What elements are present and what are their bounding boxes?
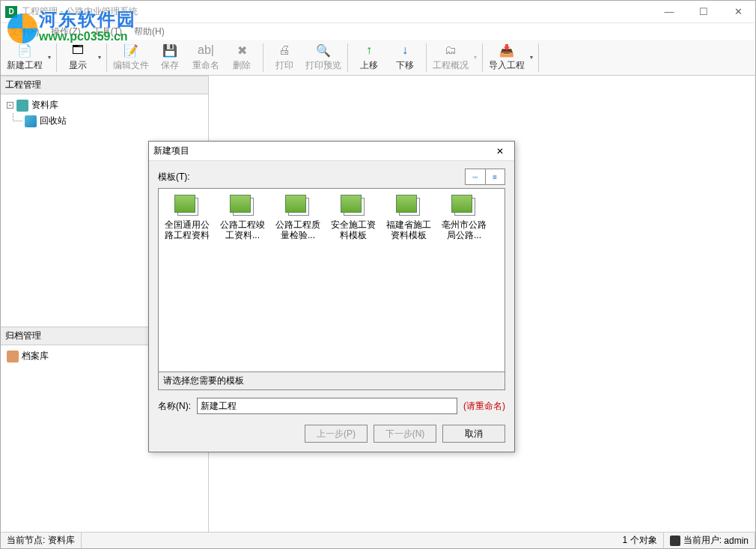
folder-icon <box>16 100 28 112</box>
menu-help[interactable]: 帮助(H) <box>129 24 169 40</box>
separator <box>347 43 348 72</box>
delete-icon: ✖ <box>234 43 249 58</box>
status-current-user: 当前用户: admin <box>664 533 755 548</box>
save-icon: 💾 <box>162 43 177 58</box>
save-button[interactable]: 💾 保存 <box>152 41 188 74</box>
edit-file-button[interactable]: 📝 编辑文件 <box>110 41 152 74</box>
tree-child-label: 回收站 <box>40 115 67 127</box>
status-current-node: 当前节点: 资料库 <box>1 533 82 548</box>
template-item[interactable]: 安全施工资料模板 <box>331 195 376 241</box>
dialog-close-button[interactable]: ✕ <box>490 144 510 159</box>
dialog-title: 新建项目 <box>153 145 490 157</box>
new-project-icon: 📄 <box>17 43 32 58</box>
overview-icon: 🗂 <box>443 43 458 58</box>
templates-label: 模板(T): <box>158 171 190 183</box>
tree-root-label: 资料库 <box>31 99 58 112</box>
print-preview-icon: 🔍 <box>316 43 331 58</box>
titlebar: D 工程管理 - 公路内业管理系统 — ☐ ✕ <box>1 1 755 23</box>
print-icon: 🖨 <box>277 43 292 58</box>
print-button[interactable]: 🖨 打印 <box>266 41 302 74</box>
tree-child-item[interactable]: 回收站 <box>4 113 205 129</box>
window-title: 工程管理 - 公路内业管理系统 <box>22 5 652 18</box>
view-toggle[interactable]: ▫▫ ≡ <box>465 169 505 185</box>
maximize-button[interactable]: ☐ <box>686 1 721 22</box>
display-button[interactable]: 🗔 显示 <box>60 41 96 74</box>
separator <box>106 43 107 72</box>
menu-operate[interactable]: 操作(Z) <box>46 24 85 40</box>
separator <box>56 43 57 72</box>
dialog-body: 模板(T): ▫▫ ≡ 全国通用公路工程资料 公路工程竣工资料... 公路工程质… <box>149 161 514 452</box>
name-row: 名称(N): (请重命名) <box>158 398 505 414</box>
project-panel-header: 工程管理 <box>1 76 208 94</box>
archive-icon <box>7 351 19 363</box>
status-object-count: 1 个对象 <box>617 533 664 548</box>
display-icon: 🗔 <box>70 43 85 58</box>
large-icons-view[interactable]: ▫▫ <box>466 169 486 184</box>
toolbar: 📄 新建工程 ▾ 🗔 显示 ▾ 📝 编辑文件 💾 保存 ab| 重命名 ✖ 删除 <box>1 40 755 76</box>
template-hint: 请选择您需要的模板 <box>158 372 505 390</box>
template-icon <box>396 195 421 217</box>
dialog-buttons: 上一步(P) 下一步(N) 取消 <box>158 425 505 443</box>
template-icon <box>285 195 311 217</box>
delete-button[interactable]: ✖ 删除 <box>224 41 260 74</box>
project-name-input[interactable] <box>197 398 457 414</box>
template-item[interactable]: 公路工程质量检验... <box>275 195 320 241</box>
edit-file-icon: 📝 <box>124 43 138 58</box>
template-item[interactable]: 公路工程竣工资料... <box>220 195 265 241</box>
template-icon <box>230 195 255 217</box>
menubar: 文件(F) 操作(Z) 工具(T) 帮助(H) <box>1 23 755 40</box>
arrow-down-icon: ↓ <box>397 43 412 58</box>
template-item[interactable]: 亳州市公路局公路... <box>442 195 487 241</box>
separator <box>263 43 263 72</box>
minus-icon[interactable]: - <box>7 102 13 109</box>
user-icon <box>670 536 680 546</box>
move-down-button[interactable]: ↓ 下移 <box>387 41 423 74</box>
new-project-dropdown[interactable]: ▾ <box>46 41 53 74</box>
close-button[interactable]: ✕ <box>721 1 755 22</box>
arrow-up-icon: ↑ <box>362 43 377 58</box>
separator <box>426 43 427 72</box>
archive-root-label: 档案库 <box>22 350 49 363</box>
template-list[interactable]: 全国通用公路工程资料 公路工程竣工资料... 公路工程质量检验... 安全施工资… <box>158 188 505 372</box>
recycle-icon <box>25 115 37 127</box>
new-project-dialog: 新建项目 ✕ 模板(T): ▫▫ ≡ 全国通用公路工程资料 公路工程竣工资料..… <box>148 141 515 452</box>
menu-file[interactable]: 文件(F) <box>5 24 43 40</box>
import-icon: 📥 <box>499 43 514 58</box>
import-project-button[interactable]: 📥 导入工程 <box>486 41 528 74</box>
template-item[interactable]: 全国通用公路工程资料 <box>165 195 210 241</box>
menu-tools[interactable]: 工具(T) <box>88 24 126 40</box>
template-icon <box>341 195 366 217</box>
template-item[interactable]: 福建省施工资料模板 <box>386 195 431 241</box>
display-dropdown[interactable]: ▾ <box>96 41 103 74</box>
rename-icon: ab| <box>198 43 213 58</box>
move-up-button[interactable]: ↑ 上移 <box>351 41 387 74</box>
tree-root-item[interactable]: - 资料库 <box>4 97 205 113</box>
project-overview-button[interactable]: 🗂 工程概况 <box>430 41 472 74</box>
rename-button[interactable]: ab| 重命名 <box>188 41 224 74</box>
minimize-button[interactable]: — <box>652 1 686 22</box>
window-controls: — ☐ ✕ <box>652 1 755 22</box>
cancel-button[interactable]: 取消 <box>442 425 505 443</box>
separator <box>538 43 539 72</box>
prev-button[interactable]: 上一步(P) <box>305 425 368 443</box>
separator <box>482 43 483 72</box>
import-dropdown[interactable]: ▾ <box>528 41 535 74</box>
name-label: 名称(N): <box>158 400 191 413</box>
overview-dropdown[interactable]: ▾ <box>472 41 479 74</box>
template-icon <box>174 195 200 217</box>
dialog-titlebar[interactable]: 新建项目 ✕ <box>149 142 514 161</box>
new-project-button[interactable]: 📄 新建工程 <box>4 41 46 74</box>
print-preview-button[interactable]: 🔍 打印预览 <box>302 41 344 74</box>
next-button[interactable]: 下一步(N) <box>374 425 436 443</box>
app-icon: D <box>5 6 17 18</box>
statusbar: 当前节点: 资料库 1 个对象 当前用户: admin <box>1 532 755 548</box>
template-icon <box>451 195 477 217</box>
list-view[interactable]: ≡ <box>486 169 505 184</box>
rename-hint: (请重命名) <box>463 400 505 413</box>
